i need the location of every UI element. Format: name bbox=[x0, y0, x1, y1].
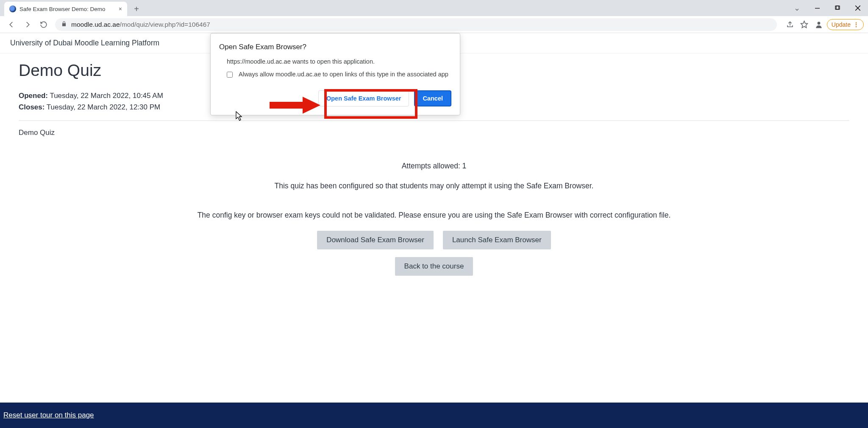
window-close-button[interactable] bbox=[848, 0, 868, 16]
tab-title: Safe Exam Browser Demo: Demo bbox=[19, 6, 115, 12]
address-bar[interactable]: moodle.ud.ac.ae/mod/quiz/view.php?id=106… bbox=[55, 18, 777, 31]
dialog-body: https://moodle.ud.ac.ae wants to open th… bbox=[219, 58, 451, 65]
svg-rect-2 bbox=[836, 6, 840, 9]
profile-icon[interactable] bbox=[812, 18, 825, 31]
close-tab-icon[interactable]: × bbox=[119, 6, 122, 12]
window-maximize-button[interactable] bbox=[827, 0, 848, 16]
back-button[interactable] bbox=[4, 17, 19, 32]
page-footer: Reset user tour on this page bbox=[0, 403, 868, 428]
always-allow-label: Always allow moodle.ud.ac.ae to open lin… bbox=[239, 71, 448, 78]
window-minimize-button[interactable] bbox=[807, 0, 827, 16]
download-seb-button[interactable]: Download Safe Exam Browser bbox=[317, 231, 434, 249]
always-allow-checkbox[interactable] bbox=[227, 72, 233, 78]
browser-tabbar: Safe Exam Browser Demo: Demo × + ⌄ bbox=[0, 0, 868, 16]
back-to-course-button[interactable]: Back to the course bbox=[395, 257, 473, 276]
update-label: Update bbox=[832, 21, 851, 28]
svg-marker-5 bbox=[801, 21, 808, 28]
open-app-dialog: Open Safe Exam Browser? https://moodle.u… bbox=[210, 33, 460, 115]
validation-error-text: The config key or browser exam keys coul… bbox=[19, 211, 849, 220]
url-text: moodle.ud.ac.ae/mod/quiz/view.php?id=106… bbox=[71, 21, 210, 28]
seb-requirement-text: This quiz has been configured so that st… bbox=[19, 182, 849, 190]
update-button[interactable]: Update ⋮ bbox=[827, 19, 864, 30]
new-tab-button[interactable]: + bbox=[131, 3, 142, 15]
tab-dropdown-icon[interactable]: ⌄ bbox=[787, 0, 807, 16]
tab-favicon bbox=[9, 6, 16, 12]
reset-tour-link[interactable]: Reset user tour on this page bbox=[3, 411, 94, 420]
forward-button[interactable] bbox=[20, 17, 35, 32]
browser-tab[interactable]: Safe Exam Browser Demo: Demo × bbox=[4, 2, 127, 16]
reload-button[interactable] bbox=[36, 17, 51, 32]
svg-point-6 bbox=[818, 22, 821, 25]
launch-seb-button[interactable]: Launch Safe Exam Browser bbox=[443, 231, 551, 249]
window-controls: ⌄ bbox=[787, 0, 868, 16]
svg-rect-1 bbox=[835, 6, 839, 9]
share-icon[interactable] bbox=[784, 18, 796, 31]
open-seb-dialog-button[interactable]: Open Safe Exam Browser bbox=[318, 90, 409, 106]
cancel-dialog-button[interactable]: Cancel bbox=[414, 90, 451, 106]
site-title: University of Dubai Moodle Learning Plat… bbox=[10, 39, 159, 48]
lock-icon bbox=[61, 21, 67, 28]
dialog-title: Open Safe Exam Browser? bbox=[219, 43, 451, 51]
divider bbox=[19, 120, 849, 121]
bookmark-star-icon[interactable] bbox=[798, 18, 811, 31]
browser-toolbar: moodle.ud.ac.ae/mod/quiz/view.php?id=106… bbox=[0, 16, 868, 33]
quiz-description: Demo Quiz bbox=[19, 129, 849, 137]
attempts-text: Attempts allowed: 1 bbox=[19, 162, 849, 171]
